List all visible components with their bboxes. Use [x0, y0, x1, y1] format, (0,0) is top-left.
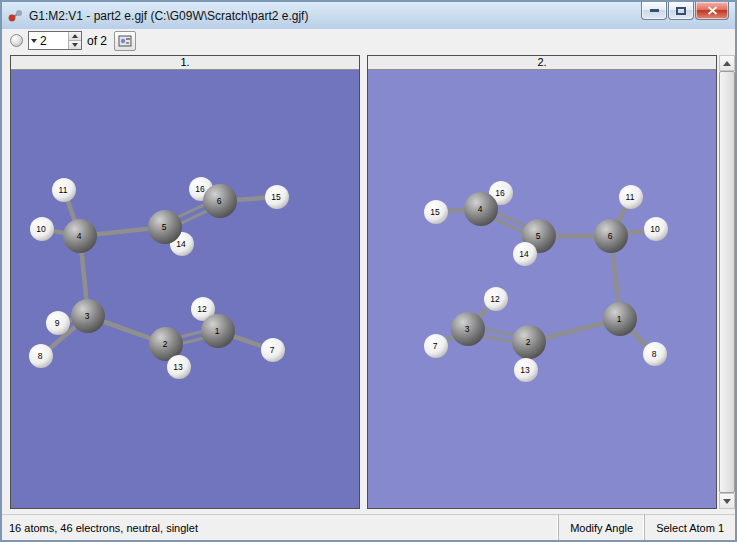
minimize-icon	[650, 9, 659, 12]
status-mode: Modify Angle	[558, 515, 644, 540]
atom-label-6: 6	[217, 196, 222, 206]
atom-label-11: 11	[59, 185, 68, 195]
atom-label-2: 2	[526, 337, 531, 347]
atom-label-14: 14	[176, 239, 186, 249]
molecule-canvas-2[interactable]: 1641551461110182133127	[368, 70, 716, 508]
atom-label-16: 16	[495, 188, 505, 198]
status-info: 16 atoms, 46 electrons, neutral, singlet	[2, 522, 558, 534]
atom-label-8: 8	[38, 351, 43, 361]
frame-panel-1[interactable]: 1. 16146155111043981212137	[10, 55, 360, 509]
scroll-up-icon	[723, 61, 731, 66]
frame-spinner[interactable]: 2	[28, 31, 82, 50]
scroll-up-button[interactable]	[719, 55, 735, 71]
dropdown-caret-icon	[29, 32, 37, 49]
atom-label-1: 1	[215, 326, 220, 336]
atom-label-12: 12	[197, 304, 207, 314]
frame-tool-icon	[118, 34, 132, 48]
atom-label-15: 15	[271, 192, 281, 202]
atom-label-11: 11	[626, 192, 635, 202]
atom-label-14: 14	[519, 249, 529, 259]
atom-label-7: 7	[433, 341, 438, 351]
status-selection: Select Atom 1	[644, 515, 735, 540]
close-button[interactable]	[695, 2, 729, 20]
scrollbar-thumb[interactable]	[719, 71, 735, 493]
atom-label-5: 5	[162, 222, 167, 232]
atom-label-9: 9	[55, 318, 60, 328]
status-bar: 16 atoms, 46 electrons, neutral, singlet…	[2, 514, 735, 540]
arrow-down-icon	[72, 43, 78, 47]
app-icon	[8, 8, 24, 24]
frame-number-input[interactable]: 2	[37, 32, 68, 49]
window-controls	[641, 2, 729, 20]
frame-panel-2-header: 2.	[368, 56, 716, 70]
atom-label-15: 15	[430, 207, 440, 217]
frame-toolbar: 2 of 2	[2, 29, 735, 52]
maximize-button[interactable]	[668, 2, 694, 20]
atom-label-10: 10	[650, 224, 660, 234]
gaussview-window: G1:M2:V1 - part2 e.gjf (C:\G09W\Scratch\…	[0, 0, 737, 542]
atom-label-4: 4	[77, 231, 82, 241]
atom-label-5: 5	[536, 231, 541, 241]
atom-label-13: 13	[520, 365, 530, 375]
atom-label-7: 7	[270, 345, 275, 355]
atom-label-12: 12	[490, 294, 500, 304]
scroll-down-icon	[723, 499, 731, 504]
window-title: G1:M2:V1 - part2 e.gjf (C:\G09W\Scratch\…	[29, 9, 729, 23]
atom-label-3: 3	[465, 324, 470, 334]
frame-indicator-icon[interactable]	[10, 34, 23, 47]
molecule-canvas-1[interactable]: 16146155111043981212137	[11, 70, 359, 508]
frames-area: 1. 16146155111043981212137 2. 1641551461…	[2, 52, 735, 514]
frame-panel-1-header: 1.	[11, 56, 359, 70]
vertical-scrollbar[interactable]	[719, 55, 735, 509]
atom-label-4: 4	[478, 204, 483, 214]
titlebar[interactable]: G1:M2:V1 - part2 e.gjf (C:\G09W\Scratch\…	[2, 2, 735, 29]
atom-label-1: 1	[617, 314, 622, 324]
frame-total-label: of 2	[87, 34, 107, 48]
atom-label-16: 16	[195, 184, 205, 194]
atom-label-10: 10	[36, 224, 46, 234]
maximize-icon	[676, 7, 686, 15]
atom-label-2: 2	[163, 339, 168, 349]
frame-spin-down-button[interactable]	[69, 40, 81, 49]
close-icon	[707, 6, 718, 15]
atom-label-6: 6	[608, 231, 613, 241]
atom-label-8: 8	[652, 349, 657, 359]
frame-panel-2[interactable]: 2. 1641551461110182133127	[367, 55, 717, 509]
atom-label-3: 3	[85, 311, 90, 321]
atom-label-13: 13	[173, 362, 183, 372]
minimize-button[interactable]	[641, 2, 667, 20]
scroll-down-button[interactable]	[719, 493, 735, 509]
frame-spin-arrows	[68, 32, 81, 49]
arrow-up-icon	[72, 34, 78, 38]
frame-tool-button[interactable]	[114, 31, 136, 51]
frame-spin-up-button[interactable]	[69, 32, 81, 40]
